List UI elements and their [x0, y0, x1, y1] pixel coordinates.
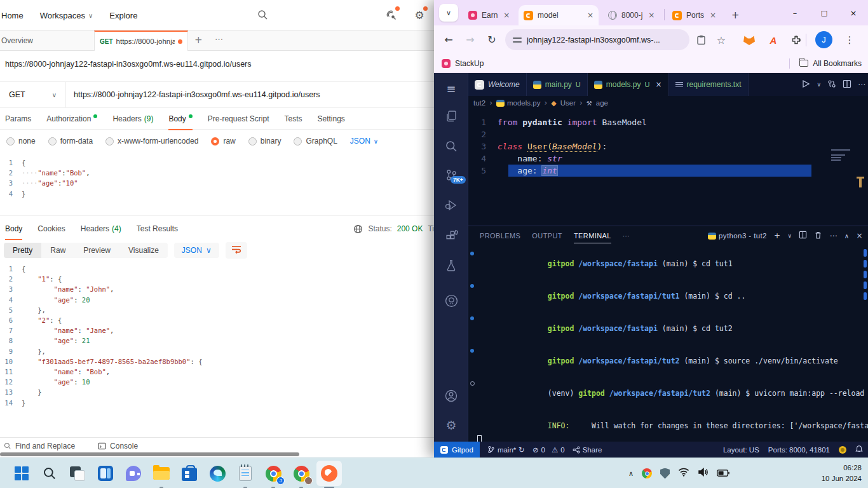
kill-terminal-icon[interactable]: [814, 231, 822, 241]
radio-binary[interactable]: binary: [248, 137, 281, 146]
extension-a-icon[interactable]: A: [766, 32, 781, 48]
testing-flask-icon[interactable]: [434, 253, 468, 278]
tab-response-headers[interactable]: Headers(4): [81, 218, 121, 240]
search-icon[interactable]: [257, 10, 268, 23]
tab-settings[interactable]: Settings: [318, 108, 345, 130]
minimap[interactable]: [831, 149, 854, 166]
tab-body[interactable]: Body: [168, 108, 192, 130]
tab-params[interactable]: Params: [5, 108, 31, 130]
tab-more-button[interactable]: ⋯: [215, 34, 224, 44]
wrap-lines-icon[interactable]: [226, 242, 247, 259]
sync-icon[interactable]: ↻: [519, 445, 525, 454]
find-and-replace-button[interactable]: Find and Replace: [4, 442, 75, 451]
browser-tab-8000[interactable]: 8000-j ×: [603, 5, 660, 25]
reload-button[interactable]: ↻: [481, 34, 503, 46]
response-body-editor[interactable]: 1 { 2 "1": { 3 "name": "John", 4 "age": …: [0, 264, 434, 411]
forward-button[interactable]: →: [459, 34, 481, 46]
tab-test-results[interactable]: Test Results: [137, 218, 178, 240]
maximize-button[interactable]: □: [810, 0, 839, 25]
panel-more-icon[interactable]: ⋯: [623, 232, 630, 240]
bell-icon[interactable]: [855, 445, 863, 454]
radio-urlencoded[interactable]: x-www-form-urlencoded: [105, 137, 198, 146]
panel-more-icon[interactable]: ⋯: [829, 231, 837, 240]
tab-main-py[interactable]: main.py U: [527, 73, 588, 96]
chrome-profile2-icon[interactable]: [288, 461, 314, 486]
horizontal-scrollbar[interactable]: [0, 452, 299, 456]
chrome-profile1-icon[interactable]: J: [261, 461, 286, 486]
nav-explore[interactable]: Explore: [109, 11, 137, 20]
breadcrumb[interactable]: tut2 › models.py › ◆ User › ⚒ age: [473, 96, 608, 110]
address-bar[interactable]: johnjay122-fastapi-in3osxgo0mf.ws-...: [505, 29, 689, 50]
tab-overview[interactable]: Overview: [1, 30, 33, 51]
close-icon[interactable]: ×: [655, 80, 661, 89]
open-changes-icon[interactable]: [827, 79, 836, 90]
postman-taskbar-icon[interactable]: [316, 461, 342, 486]
edge-icon[interactable]: [205, 461, 230, 486]
wifi-icon[interactable]: [678, 468, 689, 479]
profile-avatar[interactable]: J: [815, 31, 832, 48]
chat-teams-icon[interactable]: [121, 461, 146, 486]
browser-tab-models[interactable]: model ×: [519, 5, 599, 25]
tab-output[interactable]: OUTPUT: [532, 226, 562, 245]
tray-expand-icon[interactable]: ∧: [628, 470, 634, 478]
split-terminal-icon[interactable]: [799, 231, 807, 241]
all-bookmarks-button[interactable]: All Bookmarks: [789, 58, 862, 69]
problems-indicator[interactable]: ⊘0 ⚠0: [532, 445, 565, 454]
security-shield-icon[interactable]: [660, 468, 670, 479]
tab-models-py[interactable]: models.py U ×: [588, 73, 669, 96]
extensions-puzzle-icon[interactable]: [789, 32, 804, 48]
close-window-button[interactable]: ×: [839, 0, 868, 25]
layout-indicator[interactable]: Layout: US: [723, 446, 759, 454]
start-button[interactable]: [9, 461, 34, 486]
tab-prerequest[interactable]: Pre-request Script: [208, 108, 269, 130]
radio-graphql[interactable]: GraphQL: [294, 137, 337, 146]
split-editor-icon[interactable]: [843, 79, 851, 90]
taskbar-search-icon[interactable]: [37, 461, 62, 486]
tab-requirements-txt[interactable]: requirements.txt: [669, 73, 749, 96]
close-icon[interactable]: ×: [710, 11, 716, 20]
nav-home[interactable]: Home: [1, 11, 24, 20]
tab-authorization[interactable]: Authorization: [46, 108, 97, 130]
close-icon[interactable]: ×: [648, 11, 654, 20]
task-view-icon[interactable]: [65, 461, 90, 486]
ports-indicator[interactable]: Ports: 8000, 41801: [768, 446, 830, 454]
view-pretty[interactable]: Pretty: [4, 243, 41, 258]
tab-welcome[interactable]: Welcome: [468, 73, 527, 96]
tab-response-body[interactable]: Body: [5, 218, 22, 240]
request-body-editor[interactable]: 1 { 2 ····"name":"Bob", 3 ····"age":"10"…: [0, 158, 434, 216]
microsoft-store-icon[interactable]: [177, 461, 202, 486]
chrome-tray-icon[interactable]: [642, 468, 652, 478]
tab-terminal[interactable]: TERMINAL: [574, 226, 611, 245]
search-icon[interactable]: [434, 133, 468, 159]
metamask-icon[interactable]: [742, 32, 757, 48]
clipboard-icon[interactable]: [693, 32, 709, 48]
new-tab-button[interactable]: +: [726, 5, 745, 25]
tab-tests[interactable]: Tests: [284, 108, 302, 130]
radio-form-data[interactable]: form-data: [48, 137, 93, 146]
battery-icon[interactable]: [717, 468, 729, 479]
file-explorer-icon[interactable]: [149, 461, 174, 486]
view-visualize[interactable]: Visualize: [119, 243, 168, 258]
branch-indicator[interactable]: main* ↻: [487, 445, 525, 454]
more-actions-icon[interactable]: ⋯: [858, 80, 865, 89]
body-format-select[interactable]: JSON∨: [350, 137, 378, 146]
browser-menu-icon[interactable]: ⋮: [842, 32, 857, 48]
shell-label[interactable]: python3 - tut2: [708, 232, 767, 240]
volume-icon[interactable]: [698, 468, 709, 479]
widgets-icon[interactable]: [93, 461, 118, 486]
terminal-output[interactable]: gitpod /workspace/fastapi (main) $ cd tu…: [477, 248, 863, 438]
console-button[interactable]: Console: [98, 442, 138, 451]
tab-problems[interactable]: PROBLEMS: [480, 226, 520, 245]
tab-headers[interactable]: Headers(9): [112, 108, 153, 130]
view-raw[interactable]: Raw: [41, 243, 74, 258]
tab-request-active[interactable]: GET https://8000-johnjay12: [94, 30, 188, 51]
source-control-icon[interactable]: 7K+: [434, 162, 468, 187]
run-python-button[interactable]: [801, 79, 810, 90]
capture-icon[interactable]: [384, 8, 398, 22]
explorer-icon[interactable]: [434, 104, 468, 129]
tab-cookies[interactable]: Cookies: [37, 218, 65, 240]
notepad-icon[interactable]: [233, 461, 258, 486]
code-editor[interactable]: 1 from pydantic import BaseModel 2 3 cla…: [468, 110, 868, 226]
radio-raw[interactable]: raw: [211, 137, 235, 146]
site-info-icon[interactable]: [513, 36, 522, 44]
